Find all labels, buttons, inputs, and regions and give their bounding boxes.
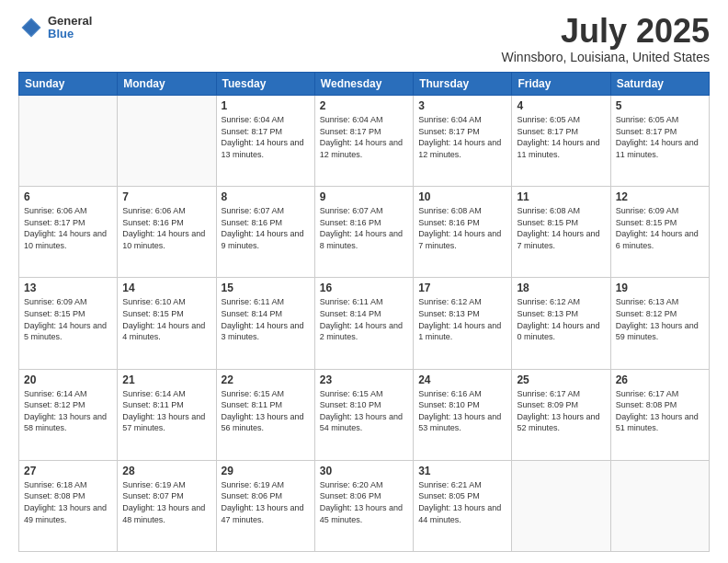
cell-sun-info: Sunrise: 6:14 AM Sunset: 8:11 PM Dayligh… <box>122 388 210 434</box>
table-row: 30Sunrise: 6:20 AM Sunset: 8:06 PM Dayli… <box>314 460 413 551</box>
cell-sun-info: Sunrise: 6:05 AM Sunset: 8:17 PM Dayligh… <box>517 114 605 160</box>
cell-day-number: 4 <box>517 99 605 112</box>
cell-sun-info: Sunrise: 6:18 AM Sunset: 8:08 PM Dayligh… <box>24 479 112 525</box>
cell-day-number: 23 <box>320 373 408 386</box>
cell-sun-info: Sunrise: 6:07 AM Sunset: 8:16 PM Dayligh… <box>222 205 310 251</box>
cell-day-number: 7 <box>122 190 210 203</box>
cell-sun-info: Sunrise: 6:16 AM Sunset: 8:10 PM Dayligh… <box>418 388 506 434</box>
logo-blue: Blue <box>48 28 92 40</box>
table-row: 2Sunrise: 6:04 AM Sunset: 8:17 PM Daylig… <box>314 96 413 187</box>
cell-day-number: 25 <box>517 373 605 386</box>
logo-text: General Blue <box>48 15 92 41</box>
table-row: 7Sunrise: 6:06 AM Sunset: 8:16 PM Daylig… <box>118 187 216 278</box>
cell-sun-info: Sunrise: 6:10 AM Sunset: 8:15 PM Dayligh… <box>122 296 210 342</box>
cell-day-number: 27 <box>24 465 112 477</box>
cell-day-number: 19 <box>616 282 704 294</box>
cell-day-number: 29 <box>222 465 310 477</box>
cell-day-number: 24 <box>418 373 506 386</box>
cell-day-number: 13 <box>24 282 112 294</box>
cell-day-number: 28 <box>122 465 210 477</box>
cell-day-number: 8 <box>222 190 310 203</box>
cell-sun-info: Sunrise: 6:17 AM Sunset: 8:08 PM Dayligh… <box>616 388 704 434</box>
cell-sun-info: Sunrise: 6:11 AM Sunset: 8:14 PM Dayligh… <box>222 296 310 342</box>
cell-sun-info: Sunrise: 6:04 AM Sunset: 8:17 PM Dayligh… <box>222 114 310 160</box>
table-row: 18Sunrise: 6:12 AM Sunset: 8:13 PM Dayli… <box>512 278 610 369</box>
table-row: 11Sunrise: 6:08 AM Sunset: 8:15 PM Dayli… <box>512 187 610 278</box>
cell-day-number: 11 <box>517 190 605 203</box>
cell-sun-info: Sunrise: 6:04 AM Sunset: 8:17 PM Dayligh… <box>418 114 506 160</box>
table-row: 14Sunrise: 6:10 AM Sunset: 8:15 PM Dayli… <box>118 278 216 369</box>
svg-marker-1 <box>23 20 40 36</box>
logo: General Blue <box>18 15 92 41</box>
calendar-page: General Blue July 2025 Winnsboro, Louisi… <box>0 0 728 563</box>
cell-sun-info: Sunrise: 6:19 AM Sunset: 8:06 PM Dayligh… <box>222 479 310 525</box>
cell-sun-info: Sunrise: 6:07 AM Sunset: 8:16 PM Dayligh… <box>320 205 408 251</box>
table-row: 20Sunrise: 6:14 AM Sunset: 8:12 PM Dayli… <box>19 369 118 460</box>
cell-sun-info: Sunrise: 6:14 AM Sunset: 8:12 PM Dayligh… <box>24 388 112 434</box>
cell-day-number: 31 <box>418 465 506 477</box>
cell-day-number: 20 <box>24 373 112 386</box>
table-row <box>19 96 118 187</box>
cell-sun-info: Sunrise: 6:04 AM Sunset: 8:17 PM Dayligh… <box>320 114 408 160</box>
cell-sun-info: Sunrise: 6:06 AM Sunset: 8:17 PM Dayligh… <box>24 205 112 251</box>
cell-day-number: 12 <box>616 190 704 203</box>
table-row <box>118 96 216 187</box>
cell-day-number: 17 <box>418 282 506 294</box>
table-row: 10Sunrise: 6:08 AM Sunset: 8:16 PM Dayli… <box>414 187 512 278</box>
table-row: 12Sunrise: 6:09 AM Sunset: 8:15 PM Dayli… <box>610 187 709 278</box>
cell-day-number: 6 <box>24 190 112 203</box>
table-row: 9Sunrise: 6:07 AM Sunset: 8:16 PM Daylig… <box>314 187 413 278</box>
calendar-week-4: 20Sunrise: 6:14 AM Sunset: 8:12 PM Dayli… <box>19 369 710 460</box>
calendar-header-row: Sunday Monday Tuesday Wednesday Thursday… <box>19 73 710 96</box>
table-row: 15Sunrise: 6:11 AM Sunset: 8:14 PM Dayli… <box>216 278 314 369</box>
header: General Blue July 2025 Winnsboro, Louisi… <box>18 15 710 64</box>
cell-sun-info: Sunrise: 6:08 AM Sunset: 8:15 PM Dayligh… <box>517 205 605 251</box>
cell-sun-info: Sunrise: 6:13 AM Sunset: 8:12 PM Dayligh… <box>616 296 704 342</box>
cell-day-number: 21 <box>122 373 210 386</box>
cell-day-number: 15 <box>222 282 310 294</box>
cell-day-number: 3 <box>418 99 506 112</box>
cell-sun-info: Sunrise: 6:08 AM Sunset: 8:16 PM Dayligh… <box>418 205 506 251</box>
cell-day-number: 22 <box>222 373 310 386</box>
table-row: 6Sunrise: 6:06 AM Sunset: 8:17 PM Daylig… <box>19 187 118 278</box>
table-row: 16Sunrise: 6:11 AM Sunset: 8:14 PM Dayli… <box>314 278 413 369</box>
table-row: 1Sunrise: 6:04 AM Sunset: 8:17 PM Daylig… <box>216 96 314 187</box>
cell-sun-info: Sunrise: 6:17 AM Sunset: 8:09 PM Dayligh… <box>517 388 605 434</box>
cell-sun-info: Sunrise: 6:20 AM Sunset: 8:06 PM Dayligh… <box>320 479 408 525</box>
table-row: 24Sunrise: 6:16 AM Sunset: 8:10 PM Dayli… <box>414 369 512 460</box>
calendar-week-1: 1Sunrise: 6:04 AM Sunset: 8:17 PM Daylig… <box>19 96 710 187</box>
col-monday: Monday <box>118 73 216 96</box>
calendar-table: Sunday Monday Tuesday Wednesday Thursday… <box>18 72 710 552</box>
col-friday: Friday <box>512 73 610 96</box>
logo-icon <box>18 15 44 40</box>
table-row: 25Sunrise: 6:17 AM Sunset: 8:09 PM Dayli… <box>512 369 610 460</box>
title-block: July 2025 Winnsboro, Louisiana, United S… <box>502 15 710 64</box>
cell-sun-info: Sunrise: 6:12 AM Sunset: 8:13 PM Dayligh… <box>418 296 506 342</box>
table-row: 3Sunrise: 6:04 AM Sunset: 8:17 PM Daylig… <box>414 96 512 187</box>
table-row: 4Sunrise: 6:05 AM Sunset: 8:17 PM Daylig… <box>512 96 610 187</box>
col-saturday: Saturday <box>610 73 709 96</box>
table-row <box>512 460 610 551</box>
col-wednesday: Wednesday <box>314 73 413 96</box>
table-row: 23Sunrise: 6:15 AM Sunset: 8:10 PM Dayli… <box>314 369 413 460</box>
table-row: 8Sunrise: 6:07 AM Sunset: 8:16 PM Daylig… <box>216 187 314 278</box>
cell-sun-info: Sunrise: 6:06 AM Sunset: 8:16 PM Dayligh… <box>122 205 210 251</box>
table-row: 19Sunrise: 6:13 AM Sunset: 8:12 PM Dayli… <box>610 278 709 369</box>
table-row: 17Sunrise: 6:12 AM Sunset: 8:13 PM Dayli… <box>414 278 512 369</box>
col-sunday: Sunday <box>19 73 118 96</box>
calendar-week-2: 6Sunrise: 6:06 AM Sunset: 8:17 PM Daylig… <box>19 187 710 278</box>
table-row: 5Sunrise: 6:05 AM Sunset: 8:17 PM Daylig… <box>610 96 709 187</box>
col-tuesday: Tuesday <box>216 73 314 96</box>
cell-day-number: 5 <box>616 99 704 112</box>
cell-sun-info: Sunrise: 6:19 AM Sunset: 8:07 PM Dayligh… <box>122 479 210 525</box>
col-thursday: Thursday <box>414 73 512 96</box>
cell-sun-info: Sunrise: 6:15 AM Sunset: 8:10 PM Dayligh… <box>320 388 408 434</box>
table-row: 31Sunrise: 6:21 AM Sunset: 8:05 PM Dayli… <box>414 460 512 551</box>
table-row: 22Sunrise: 6:15 AM Sunset: 8:11 PM Dayli… <box>216 369 314 460</box>
cell-day-number: 30 <box>320 465 408 477</box>
cell-sun-info: Sunrise: 6:11 AM Sunset: 8:14 PM Dayligh… <box>320 296 408 342</box>
cell-day-number: 16 <box>320 282 408 294</box>
table-row: 28Sunrise: 6:19 AM Sunset: 8:07 PM Dayli… <box>118 460 216 551</box>
cell-day-number: 1 <box>222 99 310 112</box>
cell-day-number: 2 <box>320 99 408 112</box>
